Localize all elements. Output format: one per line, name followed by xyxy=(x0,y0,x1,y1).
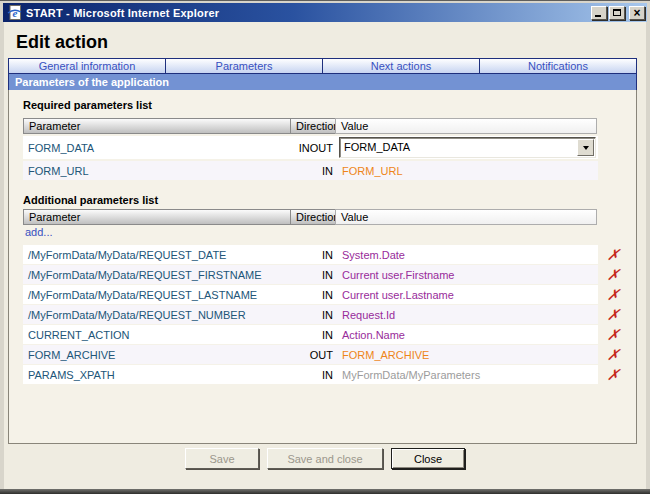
required-params-header-row: Parameter Direction Value xyxy=(23,118,598,134)
column-header-parameter: Parameter xyxy=(23,209,291,225)
internet-explorer-icon: e xyxy=(7,5,22,20)
dropdown-button[interactable] xyxy=(577,139,594,156)
direction-value: IN xyxy=(291,269,337,281)
direction-value: OUT xyxy=(291,349,337,361)
parameters-panel: Required parameters list Parameter Direc… xyxy=(8,90,637,444)
window-title: START - Microsoft Internet Explorer xyxy=(26,7,591,19)
parameter-name-link[interactable]: /MyFormData/MyData/REQUEST_LASTNAME xyxy=(23,289,291,301)
parameter-row: FORM_DATA INOUT FORM_DATA xyxy=(23,136,598,159)
parameter-value: Current user.Firstname xyxy=(337,269,598,281)
direction-value: IN xyxy=(291,309,337,321)
parameter-row: /MyFormData/MyData/REQUEST_DATE IN Syste… xyxy=(23,245,627,264)
maximize-button[interactable] xyxy=(609,6,625,20)
page-title: Edit action xyxy=(16,32,108,53)
parameter-row: /MyFormData/MyData/REQUEST_FIRSTNAME IN … xyxy=(23,265,627,284)
delete-row-icon[interactable]: ✗ xyxy=(606,307,624,323)
parameter-row: CURRENT_ACTION IN Action.Name ✗ xyxy=(23,325,627,344)
parameter-name-link[interactable]: FORM_DATA xyxy=(23,142,291,154)
parameter-name-link[interactable]: /MyFormData/MyData/REQUEST_NUMBER xyxy=(23,309,291,321)
svg-text:e: e xyxy=(13,7,18,19)
chevron-down-icon xyxy=(583,146,589,150)
column-header-parameter: Parameter xyxy=(23,118,291,134)
delete-row-icon[interactable]: ✗ xyxy=(606,367,624,383)
required-params-heading: Required parameters list xyxy=(23,99,152,111)
delete-row-icon[interactable]: ✗ xyxy=(606,267,624,283)
maximize-icon xyxy=(613,9,621,16)
minimize-button[interactable] xyxy=(591,6,607,20)
save-button[interactable]: Save xyxy=(185,448,259,469)
parameter-value: FORM_ARCHIVE xyxy=(337,349,598,361)
parameter-value: Current user.Lastname xyxy=(337,289,598,301)
delete-row-icon[interactable]: ✗ xyxy=(606,287,624,303)
parameter-row: /MyFormData/MyData/REQUEST_NUMBER IN Req… xyxy=(23,305,627,324)
parameter-name-link[interactable]: /MyFormData/MyData/REQUEST_FIRSTNAME xyxy=(23,269,291,281)
close-button[interactable]: Close xyxy=(391,448,465,469)
save-and-close-button[interactable]: Save and close xyxy=(267,448,383,469)
column-header-direction: Direction xyxy=(290,209,336,225)
parameter-value: Action.Name xyxy=(337,329,598,341)
direction-value: IN xyxy=(291,165,337,177)
column-header-direction: Direction xyxy=(290,118,336,134)
column-header-value: Value xyxy=(335,209,597,225)
delete-row-icon[interactable]: ✗ xyxy=(606,247,624,263)
additional-params-header-row: Parameter Direction Value xyxy=(23,209,598,225)
direction-value: IN xyxy=(291,249,337,261)
parameter-value: System.Date xyxy=(337,249,598,261)
tab-bar: General information Parameters Next acti… xyxy=(8,58,637,74)
tab-parameters[interactable]: Parameters xyxy=(166,59,323,73)
additional-params-heading: Additional parameters list xyxy=(23,194,158,206)
parameter-value: FORM_URL xyxy=(337,165,598,177)
parameter-row: FORM_ARCHIVE OUT FORM_ARCHIVE ✗ xyxy=(23,345,627,364)
parameter-name-link[interactable]: PARAMS_XPATH xyxy=(23,369,291,381)
parameter-name-link[interactable]: CURRENT_ACTION xyxy=(23,329,291,341)
direction-value: IN xyxy=(291,369,337,381)
direction-value: INOUT xyxy=(291,142,337,154)
parameter-name-link[interactable]: FORM_ARCHIVE xyxy=(23,349,291,361)
window-bottom-edge xyxy=(0,489,650,494)
minimize-icon xyxy=(595,15,601,17)
parameter-row: /MyFormData/MyData/REQUEST_LASTNAME IN C… xyxy=(23,285,627,304)
close-icon: × xyxy=(633,8,640,18)
title-bar[interactable]: e START - Microsoft Internet Explorer × xyxy=(3,3,647,22)
direction-value: IN xyxy=(291,289,337,301)
parameter-row: PARAMS_XPATH IN MyFormData/MyParameters … xyxy=(23,365,627,384)
parameter-value: MyFormData/MyParameters xyxy=(337,369,598,381)
browser-window: e START - Microsoft Internet Explorer × … xyxy=(0,0,650,494)
parameter-value: Request.Id xyxy=(337,309,598,321)
delete-row-icon[interactable]: ✗ xyxy=(606,327,624,343)
tab-general-information[interactable]: General information xyxy=(9,59,166,73)
tab-notifications[interactable]: Notifications xyxy=(480,59,636,73)
page-content: Edit action General information Paramete… xyxy=(4,22,646,489)
tab-next-actions[interactable]: Next actions xyxy=(323,59,480,73)
close-window-button[interactable]: × xyxy=(629,6,645,20)
section-header: Parameters of the application xyxy=(8,74,637,90)
delete-row-icon[interactable]: ✗ xyxy=(606,347,624,363)
footer-buttons: Save Save and close Close xyxy=(4,448,646,470)
form-data-selected-value: FORM_DATA xyxy=(344,141,410,153)
additional-params-rows: /MyFormData/MyData/REQUEST_DATE IN Syste… xyxy=(23,245,627,385)
window-controls: × xyxy=(591,6,645,20)
form-data-select[interactable]: FORM_DATA xyxy=(339,137,596,158)
parameter-name-link[interactable]: FORM_URL xyxy=(23,165,291,177)
add-parameter-link[interactable]: add... xyxy=(25,226,53,238)
direction-value: IN xyxy=(291,329,337,341)
column-header-value: Value xyxy=(335,118,597,134)
parameter-row: FORM_URL IN FORM_URL xyxy=(23,161,627,180)
parameter-name-link[interactable]: /MyFormData/MyData/REQUEST_DATE xyxy=(23,249,291,261)
